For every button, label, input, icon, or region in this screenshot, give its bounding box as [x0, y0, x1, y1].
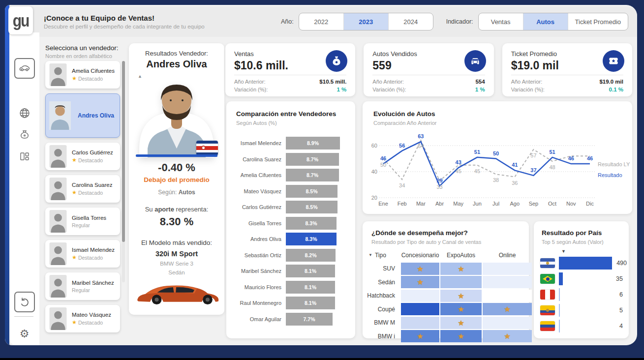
- heatmap-cell-bmw-i-expoautos[interactable]: ★: [440, 330, 482, 342]
- indicator-button-ventas[interactable]: Ventas: [479, 13, 523, 30]
- vendor-card-gisella-torres[interactable]: Gisella TorresRegular: [45, 208, 120, 235]
- comparison-bar[interactable]: 8.2%: [286, 249, 336, 262]
- autos-evolution-panel: Evolución de Autos Comparación Año Anter…: [363, 101, 632, 214]
- heatmap-cell-bmw-m-expoautos[interactable]: ★: [440, 317, 482, 329]
- country-row-peru[interactable]: 6: [540, 288, 623, 301]
- vendor-card-andres-oliva[interactable]: Andres Oliva: [45, 93, 120, 138]
- comparison-row-mateo-vasquez[interactable]: Mateo Vásquez8.5%: [233, 185, 348, 198]
- vendor-card-carolina-suarez[interactable]: Carolina Suarez★Destacado: [45, 175, 120, 203]
- comparison-bar[interactable]: 7.7%: [286, 313, 333, 326]
- profile-vendor-name: Andres Oliva: [129, 59, 224, 70]
- vendor-card-amelia-cifuentes[interactable]: Amelia Cifuentes★Destacado: [45, 61, 120, 89]
- star-icon: ★: [72, 319, 77, 326]
- country-bar[interactable]: [559, 304, 560, 317]
- year-button-2022[interactable]: 2022: [299, 13, 343, 30]
- comparison-bar[interactable]: 8.1%: [286, 297, 335, 309]
- comparison-bar[interactable]: 8.1%: [286, 265, 335, 277]
- comparison-bar[interactable]: 8.5%: [286, 201, 337, 213]
- heatmap-cell-sedan-online[interactable]: [483, 276, 532, 288]
- comparison-bar[interactable]: 8.7%: [286, 153, 339, 166]
- dashboard-canvas: gu ¡Conoce a tu Equipo de Ventas! Descub…: [5, 5, 637, 345]
- svg-text:64: 64: [418, 143, 424, 149]
- heatmap-cell-bmw-i-concesionario[interactable]: ★: [401, 330, 439, 342]
- year-button-2023[interactable]: 2023: [343, 13, 388, 30]
- vendor-card-carlos-gutierrez[interactable]: Carlos Gutiérrez★Destacado: [45, 143, 120, 170]
- page-title: ¡Conoce a tu Equipo de Ventas!: [44, 14, 205, 22]
- vendor-list: Amelia Cifuentes★DestacadoAndres OlivaCa…: [45, 61, 120, 332]
- comparison-bar[interactable]: 8.9%: [286, 137, 340, 150]
- settings-icon[interactable]: ⚙: [20, 328, 30, 340]
- year-button-2024[interactable]: 2024: [388, 13, 433, 30]
- heatmap-sort-icon[interactable]: ▼: [368, 253, 372, 257]
- model-name: 320i M Sport: [129, 250, 224, 258]
- kpi-prev-value: 554: [475, 79, 485, 85]
- heatmap-cell-bmw-m-online[interactable]: [483, 317, 532, 329]
- comparison-row-gisella-torres[interactable]: Gisella Torres8.3%: [233, 217, 348, 230]
- comparison-row-carlos-gutierrez[interactable]: Carlos Gutiérrez8.5%: [233, 201, 348, 213]
- comparison-bar[interactable]: 8.3%: [286, 217, 337, 230]
- country-row-brazil[interactable]: 35: [540, 272, 623, 285]
- comparison-row-mauricio-flores[interactable]: Mauricio Flores8.1%: [233, 281, 348, 294]
- heatmap-cell-hatchback-concesionario[interactable]: [401, 290, 439, 302]
- indicator-button-autos[interactable]: Autos: [523, 13, 568, 30]
- comparison-row-raul-montenegro[interactable]: Raul Montenegro8.1%: [233, 297, 348, 309]
- comparison-bar[interactable]: 8.7%: [286, 169, 339, 181]
- heatmap-cell-hatchback-online[interactable]: [483, 290, 532, 302]
- country-bar[interactable]: [559, 257, 612, 270]
- country-sort-icon[interactable]: ▼: [561, 249, 566, 254]
- country-bars: 49035654: [540, 257, 623, 332]
- country-row-ecuador[interactable]: 5: [540, 304, 623, 317]
- indicator-button-ticket-promedio[interactable]: Ticket Promedio: [568, 13, 628, 30]
- vendor-card-maribel-sanchez[interactable]: Maribel SánchezRegular: [45, 272, 120, 300]
- comparison-vendor-name: Carlos Gutiérrez: [233, 204, 286, 210]
- heatmap-cell-suv-expoautos[interactable]: ★: [440, 263, 482, 275]
- comparison-row-sebastian-ortiz[interactable]: Sebastián Ortiz8.2%: [233, 249, 348, 262]
- kpi-divider: [234, 75, 346, 75]
- heatmap-cell-hatchback-expoautos[interactable]: ★: [440, 290, 482, 302]
- comparison-bar[interactable]: 8.5%: [286, 185, 337, 198]
- layout-icon[interactable]: [19, 150, 31, 162]
- header-titles: ¡Conoce a tu Equipo de Ventas! Descubre …: [44, 14, 205, 30]
- performance-matrix-panel: ¿Dónde se desempeña mejor? Resultado por…: [363, 221, 529, 338]
- year-label: Año:: [281, 18, 294, 25]
- star-icon: ★: [458, 292, 464, 300]
- heatmap-cell-sedan-expoautos[interactable]: [440, 276, 482, 288]
- heatmap-cell-bmw-m-concesionario[interactable]: [401, 317, 439, 329]
- undo-icon[interactable]: [14, 292, 35, 312]
- money-bag-icon[interactable]: [19, 129, 31, 141]
- vendor-info: Carolina Suarez★Destacado: [67, 182, 117, 196]
- heatmap-cell-sedan-concesionario[interactable]: ★: [401, 276, 439, 288]
- heatmap-cell-coupe-concesionario[interactable]: [401, 303, 439, 315]
- kpi-card-ticket-promedio: Ticket Promedio$19.0 milAño Anterior:$19…: [502, 43, 632, 96]
- country-bar[interactable]: [559, 272, 563, 285]
- heatmap-cell-coupe-online[interactable]: ★: [483, 303, 532, 315]
- comparison-row-carolina-suarez[interactable]: Carolina Suarez8.7%: [233, 153, 348, 166]
- car-icon[interactable]: [14, 58, 35, 79]
- comparison-row-omar-aguilar[interactable]: Omar Aguilar7.7%: [233, 313, 348, 326]
- country-bar[interactable]: [559, 320, 560, 332]
- vendor-scrollbar-thumb[interactable]: [122, 61, 125, 242]
- vendor-card-mateo-vasquez[interactable]: Mateo Vásquez★Destacado: [45, 305, 120, 332]
- heatmap-cell-suv-online[interactable]: [483, 263, 532, 275]
- vendor-badge: Regular: [72, 287, 117, 293]
- vendor-info: Gisella TorresRegular: [67, 215, 117, 228]
- comparison-row-maribel-sanchez[interactable]: Maribel Sánchez8.1%: [233, 265, 348, 277]
- star-icon: ★: [417, 265, 423, 272]
- svg-text:Jun: Jun: [473, 201, 482, 207]
- comparison-row-ismael-melendez[interactable]: Ismael Melendez8.9%: [233, 137, 348, 150]
- comparison-bar[interactable]: 8.3%: [286, 233, 337, 245]
- country-row-el-salvador[interactable]: 490: [540, 257, 623, 270]
- vendor-card-ismael-melendez[interactable]: Ismael Melendez★Destacado: [45, 240, 120, 268]
- country-bar-wrap: [559, 272, 608, 285]
- profile-title: Resultados Vendedor:: [129, 50, 224, 57]
- comparison-row-andres-oliva[interactable]: Andres Oliva8.3%: [233, 233, 348, 245]
- country-row-venezuela[interactable]: 4: [540, 320, 623, 332]
- country-bar[interactable]: [559, 288, 560, 301]
- star-icon: ★: [417, 332, 423, 340]
- heatmap-cell-coupe-expoautos[interactable]: ★: [440, 303, 482, 315]
- heatmap-cell-suv-concesionario[interactable]: ★: [401, 263, 439, 275]
- comparison-row-amelia-cifuentes[interactable]: Amelia Cifuentes8.7%: [233, 169, 348, 181]
- heatmap-cell-bmw-i-online[interactable]: ★: [483, 330, 532, 342]
- comparison-bar[interactable]: 8.1%: [286, 281, 335, 294]
- globe-icon[interactable]: [19, 107, 31, 119]
